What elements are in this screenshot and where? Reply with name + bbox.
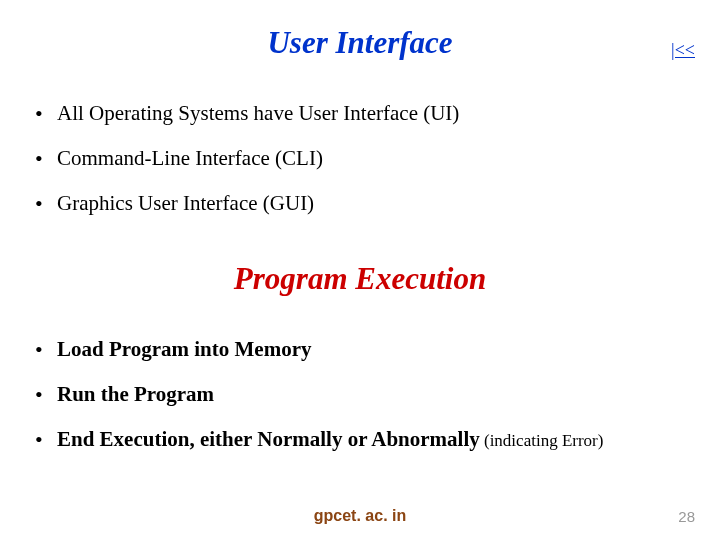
- bullet-text: End Execution, either Normally or Abnorm…: [57, 427, 480, 451]
- list-item: Run the Program: [35, 382, 695, 407]
- list-item: Command-Line Interface (CLI): [35, 146, 695, 171]
- section-title-2: Program Execution: [25, 261, 695, 297]
- list-item: Graphics User Interface (GUI): [35, 191, 695, 216]
- bullet-list-2: Load Program into Memory Run the Program…: [35, 337, 695, 452]
- list-item: All Operating Systems have User Interfac…: [35, 101, 695, 126]
- page-number: 28: [678, 508, 695, 525]
- title-row: User Interface |<<: [25, 25, 695, 61]
- footer-site: gpcet. ac. in: [314, 507, 406, 524]
- footer: gpcet. ac. in: [0, 507, 720, 525]
- list-item: Load Program into Memory: [35, 337, 695, 362]
- bullet-list-1: All Operating Systems have User Interfac…: [35, 101, 695, 216]
- back-link[interactable]: |<<: [671, 40, 695, 61]
- list-item: End Execution, either Normally or Abnorm…: [35, 427, 695, 452]
- section-title-1: User Interface: [267, 25, 452, 61]
- error-note: (indicating Error): [480, 431, 604, 450]
